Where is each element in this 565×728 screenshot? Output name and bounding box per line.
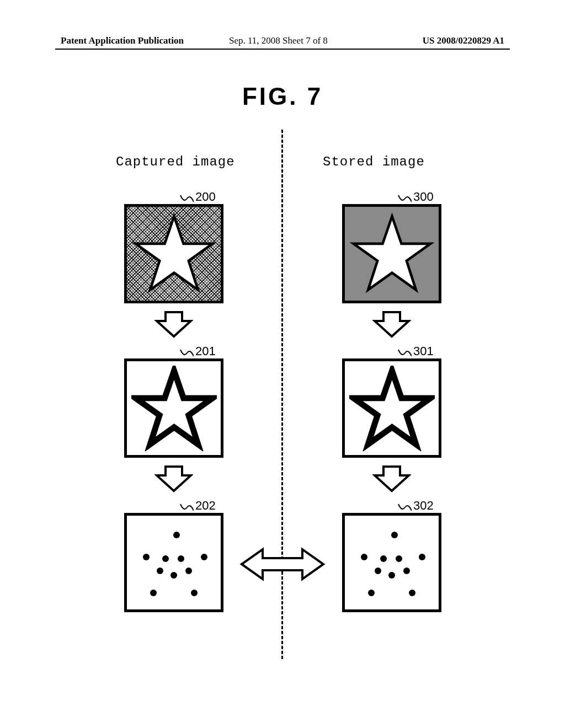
svg-marker-1 <box>135 371 212 444</box>
panel-301 <box>342 358 441 458</box>
panel-302 <box>342 513 441 612</box>
panel-300 <box>342 204 441 303</box>
svg-marker-12 <box>353 216 430 290</box>
ref-200: 200 <box>195 190 216 204</box>
svg-point-14 <box>391 532 398 538</box>
svg-point-16 <box>380 555 387 562</box>
ref-202: 202 <box>195 499 216 513</box>
leader-line-icon <box>179 194 194 205</box>
svg-point-2 <box>173 532 180 538</box>
down-arrow-icon <box>372 464 411 496</box>
ref-301: 301 <box>413 344 434 358</box>
svg-point-9 <box>185 568 192 574</box>
dots-icon <box>345 516 439 609</box>
svg-marker-13 <box>353 371 430 444</box>
panel-200 <box>124 204 223 303</box>
star-icon <box>345 207 439 301</box>
ref-300: 300 <box>413 190 434 204</box>
svg-point-23 <box>409 590 415 596</box>
svg-point-19 <box>375 568 381 574</box>
svg-point-17 <box>396 555 402 562</box>
svg-marker-0 <box>135 216 212 290</box>
dots-icon <box>127 516 221 609</box>
svg-point-10 <box>150 590 157 596</box>
svg-point-20 <box>388 572 395 579</box>
leader-line-icon <box>397 194 412 205</box>
svg-point-18 <box>419 554 425 560</box>
leader-line-icon <box>179 349 194 360</box>
svg-point-3 <box>143 554 150 560</box>
bidirectional-arrow-icon <box>238 545 327 586</box>
svg-point-8 <box>170 572 177 579</box>
svg-point-6 <box>201 554 207 560</box>
down-arrow-icon <box>154 464 193 496</box>
panel-202 <box>124 513 223 612</box>
svg-point-5 <box>178 555 184 562</box>
ref-302: 302 <box>413 499 434 513</box>
star-icon <box>127 207 221 301</box>
svg-point-4 <box>162 555 169 562</box>
leader-line-icon <box>179 503 194 514</box>
svg-point-15 <box>361 554 367 560</box>
svg-point-11 <box>191 590 198 596</box>
figure-panels: 200 201 <box>0 0 565 728</box>
star-outline-icon <box>345 361 439 455</box>
down-arrow-icon <box>372 310 411 341</box>
ref-201: 201 <box>195 344 216 358</box>
leader-line-icon <box>397 349 412 360</box>
star-outline-icon <box>127 361 221 455</box>
svg-point-7 <box>157 568 163 574</box>
down-arrow-icon <box>154 310 193 341</box>
patent-figure-page: Patent Application Publication Sep. 11, … <box>0 0 565 728</box>
svg-point-21 <box>403 568 410 574</box>
panel-201 <box>124 358 223 458</box>
svg-point-22 <box>368 590 375 596</box>
leader-line-icon <box>397 503 412 514</box>
